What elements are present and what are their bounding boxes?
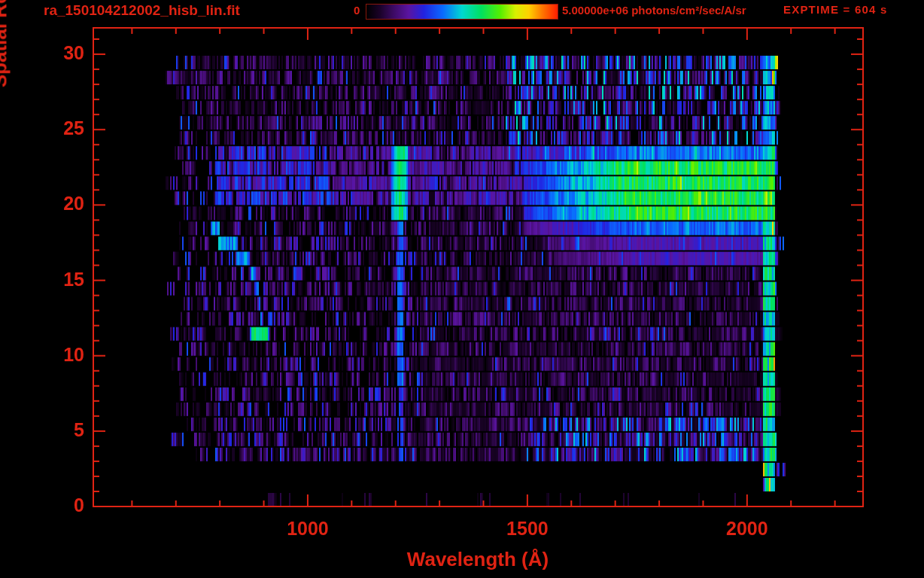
y-tick-label: 15 — [63, 269, 84, 291]
y-axis-title-text: Spatial Row (PIxel) — [0, 0, 12, 87]
y-tick-label: 25 — [63, 117, 84, 139]
x-tick-label: 2000 — [726, 518, 768, 540]
x-axis-title: Wavelength (Å) — [407, 548, 549, 571]
x-tick-label: 1500 — [506, 518, 549, 540]
exptime-label: EXPTIME = 604 s — [783, 3, 887, 16]
y-tick-label: 5 — [74, 419, 84, 441]
colorbar-max-label: 5.00000e+06 photons/cm²/sec/A/sr — [562, 4, 746, 17]
plot-title: ra_150104212002_hisb_lin.fit — [44, 2, 240, 19]
x-tick-label: 1000 — [287, 518, 329, 540]
spectral-image-viewer: ra_150104212002_hisb_lin.fit 0 5.00000e+… — [0, 0, 924, 578]
colorbar-gradient — [366, 5, 558, 19]
y-tick-label: 30 — [63, 42, 84, 64]
y-tick-label: 0 — [74, 494, 84, 516]
y-tick-label: 20 — [63, 193, 84, 214]
y-tick-label: 10 — [63, 344, 84, 366]
colorbar-min-label: 0 — [354, 4, 360, 17]
plot-area — [93, 28, 863, 507]
